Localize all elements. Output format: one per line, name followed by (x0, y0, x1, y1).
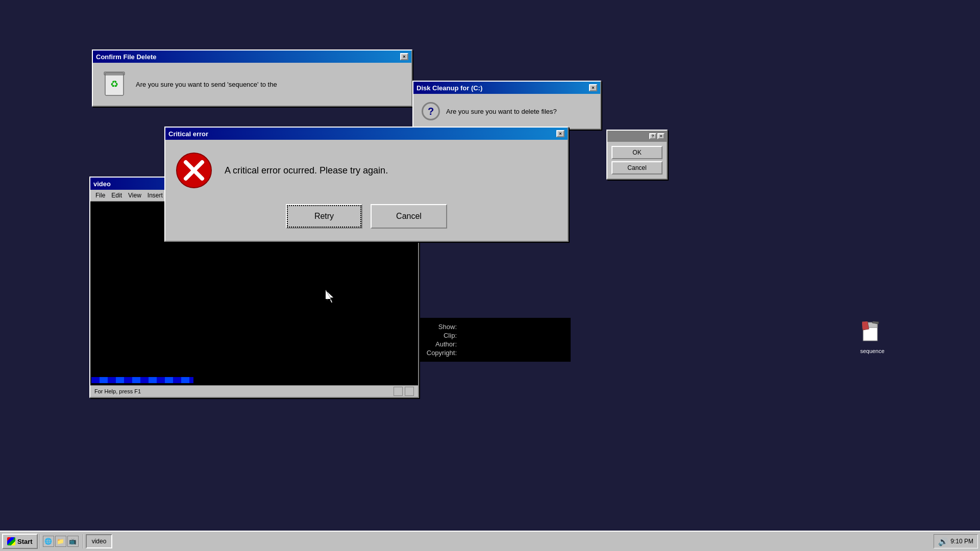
unknown-dialog-window: ? × OK Cancel (606, 130, 668, 180)
disk-cleanup-close-button[interactable]: × (589, 84, 597, 91)
video-editor-title-text: video (93, 180, 111, 188)
confirm-delete-title: Confirm File Delete (96, 53, 156, 61)
status-help-text: For Help, press F1 (94, 388, 141, 394)
question-icon: ? (422, 102, 440, 120)
info-show-row: Show: (426, 323, 565, 331)
start-icon (7, 537, 15, 545)
quick-launch: 🌐 📁 📺 (43, 536, 79, 547)
video-status-bar: For Help, press F1 (90, 385, 418, 397)
unknown-dialog-titlebar: ? × (607, 131, 667, 142)
info-copyright-label: Copyright: (426, 349, 457, 357)
recycle-bin-icon: ♻ (101, 71, 128, 97)
disk-cleanup-titlebar: Disk Cleanup for (C:) × (413, 82, 600, 94)
cancel-button[interactable]: Cancel (371, 204, 447, 229)
critical-error-titlebar: Critical error × (165, 128, 568, 140)
confirm-delete-body: ♻ Are you sure you want to send 'sequenc… (93, 63, 411, 106)
timeline-bar (91, 377, 193, 383)
info-author-label: Author: (426, 340, 457, 348)
retry-button[interactable]: Retry (286, 204, 362, 229)
status-controls (394, 387, 414, 396)
confirm-delete-close-button[interactable]: × (400, 53, 408, 60)
svg-text:♻: ♻ (110, 79, 118, 89)
status-scroll-v (394, 387, 403, 396)
status-scroll-h (405, 387, 414, 396)
menu-view[interactable]: View (125, 191, 144, 200)
disk-cleanup-message: Are you sure you want to delete files? (446, 108, 557, 115)
video-editor-title: video (93, 180, 111, 188)
tray-icon-1: 🔊 (938, 537, 948, 546)
svg-rect-7 (862, 321, 869, 330)
taskbar-divider (40, 534, 41, 548)
unknown-dialog-body: OK Cancel (607, 142, 667, 179)
menu-edit[interactable]: Edit (108, 191, 125, 200)
clock: 9:10 PM (950, 538, 973, 545)
menu-insert[interactable]: Insert (144, 191, 166, 200)
start-label: Start (17, 538, 33, 545)
info-copyright-row: Copyright: (426, 349, 565, 357)
taskbar: Start 🌐 📁 📺 video 🔊 9:10 PM (0, 531, 980, 551)
critical-error-title: Critical error (168, 130, 208, 138)
info-panel: Show: Clip: Author: Copyright: (420, 318, 571, 362)
info-author-row: Author: (426, 340, 565, 348)
unknown-dialog-close-button[interactable]: × (657, 133, 665, 139)
svg-rect-1 (104, 72, 125, 75)
confirm-delete-message: Are you sure you want to send 'sequence'… (136, 81, 277, 88)
start-button[interactable]: Start (2, 534, 38, 549)
explorer-icon[interactable]: 📁 (55, 536, 66, 547)
ie-icon[interactable]: 🌐 (43, 536, 54, 547)
disk-cleanup-title-text: Disk Cleanup for (C:) (416, 84, 482, 92)
taskbar-video-label: video (92, 538, 107, 545)
critical-error-title-text: Critical error (168, 130, 208, 138)
error-x-icon (176, 152, 212, 189)
error-content: A critical error ocurred. Please try aga… (176, 152, 557, 189)
critical-error-title-buttons: × (556, 130, 565, 137)
channel-icon[interactable]: 📺 (67, 536, 79, 547)
critical-error-close-button[interactable]: × (556, 130, 565, 137)
sequence-icon-img (862, 321, 883, 346)
info-clip-row: Clip: (426, 332, 565, 339)
confirm-delete-window: Confirm File Delete × ♻ Are you sure you… (92, 49, 412, 107)
confirm-delete-title-text: Confirm File Delete (96, 53, 156, 61)
desktop: Confirm File Delete × ♻ Are you sure you… (0, 0, 980, 551)
taskbar-video-item[interactable]: video (86, 534, 113, 548)
system-tray: 🔊 9:10 PM (934, 534, 978, 548)
error-buttons: Retry Cancel (176, 204, 557, 229)
menu-file[interactable]: File (92, 191, 108, 200)
info-clip-label: Clip: (426, 332, 457, 339)
unknown-dialog-help-button[interactable]: ? (649, 133, 656, 139)
desktop-icon-sequence[interactable]: sequence (854, 321, 890, 354)
confirm-delete-buttons: × (400, 53, 408, 60)
critical-error-window: Critical error × A critical error ocurre… (164, 127, 569, 242)
timeline (90, 375, 418, 385)
info-show-label: Show: (426, 323, 457, 331)
critical-error-body: A critical error ocurred. Please try aga… (165, 140, 568, 241)
unknown-ok-button[interactable]: OK (611, 146, 663, 159)
confirm-delete-titlebar: Confirm File Delete × (93, 51, 411, 63)
unknown-cancel-button[interactable]: Cancel (611, 161, 663, 174)
disk-cleanup-window: Disk Cleanup for (C:) × ? Are you sure y… (412, 81, 601, 130)
taskbar-divider-2 (83, 534, 84, 548)
desktop-icon-label: sequence (860, 348, 885, 354)
disk-cleanup-buttons: × (589, 84, 597, 91)
disk-cleanup-title: Disk Cleanup for (C:) (416, 84, 482, 92)
error-message-text: A critical error ocurred. Please try aga… (225, 165, 388, 176)
disk-cleanup-body: ? Are you sure you want to delete files? (413, 94, 600, 129)
